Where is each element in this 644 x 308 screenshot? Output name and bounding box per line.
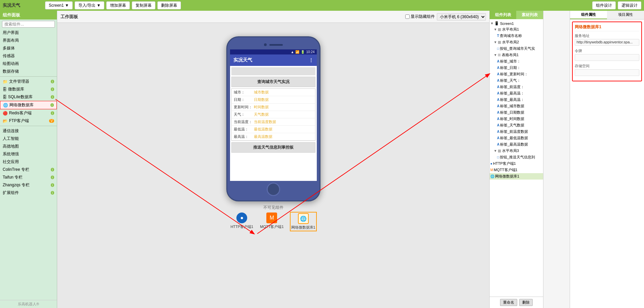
sidebar-item-ftp[interactable]: 📂 FTP客户端 V [0,117,57,125]
tree-item-layout2[interactable]: ▼ ▦ 水平布局2 [490,39,543,45]
phone-speaker [269,44,283,46]
tree-label-date: 标签_日期： [500,65,521,70]
sidebar-item-sensor[interactable]: 传感器 [0,52,57,60]
sidebar-item-system[interactable]: 系统增强 [0,150,57,158]
tree-label-web-db: 网络微数据库1 [495,174,519,179]
tree-item-label-weather[interactable]: A 标签_天气： [490,77,543,84]
screen-selector[interactable]: Screen1 ▼ [45,1,73,9]
tab-component-prop[interactable]: 组件属性 [570,11,607,19]
tab-project-prop[interactable]: 项目属性 [607,11,644,19]
sidebar-item-tiny-db[interactable]: 🗄 微数据库 i [0,85,57,93]
tree-item-search-input[interactable]: T 查询城市名称 [490,33,543,39]
tree-item-val-cur-temp[interactable]: A 标签_前温度数据 [490,128,543,135]
table-icon: ⊞ [498,53,501,57]
delete-screen-btn[interactable]: 删除屏幕 [157,1,181,9]
value-cur-temp: 当前温度数据 [254,119,276,124]
component-design-btn[interactable]: 组件设计 [592,1,616,9]
sidebar-item-zhangzqs[interactable]: Zhangzqs 专栏 i [0,181,57,189]
phone-data-table: 城市： 城市数据 日期： 日期数据 更新时间： 时间数据 天气： [231,88,315,141]
expand-layout1[interactable]: ▼ [494,28,497,31]
sidebar-item-media[interactable]: 多媒体 [0,44,57,52]
tree-item-mqtt-client[interactable]: M MQTT客户端1 [490,167,543,173]
tree-item-send-btn[interactable]: □ 按钮_推送天气信息到 [490,154,543,160]
tree-item-val-city[interactable]: A 标签_城市数据 [490,103,543,109]
asset-list-tab[interactable]: 素材列表 [516,11,543,19]
tree-item-http-client[interactable]: ● HTTP客户端1 [490,160,543,167]
tree-item-layout3[interactable]: ▼ ▦ 水平布局3 [490,148,543,154]
expand-layout3[interactable]: ▼ [494,149,497,153]
tree-item-label-update[interactable]: A 标签_更新时间： [490,71,543,77]
delete-btn[interactable]: 删除 [519,299,533,306]
component-list-tab[interactable]: 组件列表 [490,11,516,19]
expand-table[interactable]: ▼ [494,53,497,57]
sidebar-item-comm[interactable]: 通信连接 [0,127,57,135]
sidebar-item-datastorage[interactable]: 数据存储 [0,68,57,75]
sidebar-item-drawing[interactable]: 绘图动画 [0,60,57,68]
phone-data-row-city: 城市： 城市数据 [232,89,315,96]
phone-input-area[interactable] [231,67,315,75]
ftp-icon: 📂 [3,119,8,123]
tree-item-val-min-temp[interactable]: A 标签_最低温数据 [490,135,543,141]
tree-item-label-min-temp[interactable]: A 标签_最高温： [490,90,543,97]
phone-home-btn[interactable] [267,183,280,196]
sidebar-item-user-interface[interactable]: 用户界面 [0,29,57,37]
tree-label-val-city: 标签_城市数据 [500,104,524,109]
tree-label-max-temp: 标签_最高温： [500,97,524,102]
show-hidden-checkbox[interactable] [405,14,410,19]
copy-screen-btn[interactable]: 复制屏幕 [132,1,155,9]
rename-btn[interactable]: 重命名 [500,299,517,306]
tree-item-table-layout[interactable]: ▼ ⊞ 表格布局1 [490,52,543,58]
phone-send-btn[interactable]: 推送天气信息到掌控板 [231,142,315,153]
web-db-item: 🌐 网络微数据库1 [291,213,316,231]
sidebar-item-ai[interactable]: 人工智能 [0,135,57,143]
value-min-temp: 最低温数据 [254,127,272,132]
logic-design-btn[interactable]: 逻辑设计 [618,1,641,9]
tree-item-label-city[interactable]: A 标签_城市： [490,58,543,65]
sidebar-item-taifun[interactable]: Taifun 专栏 i [0,174,57,181]
tree-item-label-cur-temp[interactable]: A 标签_前温度： [490,84,543,90]
phone-data-row-max-temp: 最高温： 最高温数据 [232,133,315,141]
sidebar-item-file-manager[interactable]: 📁 文件管理器 i [0,78,57,85]
label-date: 日期： [234,97,254,102]
tree-item-val-time[interactable]: A 标签_时间数据 [490,116,543,122]
val-city-icon: A [497,104,499,108]
redis-icon: 🔴 [3,111,8,116]
tree-item-label-max-temp[interactable]: A 标签_最高温： [490,97,543,103]
tree-item-val-date[interactable]: A 标签_日期数据 [490,109,543,116]
sidebar-item-sqlite[interactable]: 🗄 SQLite数据库 i [0,93,57,101]
tree-item-layout1[interactable]: ▼ ▦ 水平布局1 [490,26,543,33]
label-city: 城市： [234,90,254,95]
sidebar-item-extensions[interactable]: 扩展组件 i [0,189,57,197]
tree-item-web-db[interactable]: 🌐 网络微数据库1 [490,173,543,180]
import-export-btn[interactable]: 导入/导出 ▼ [75,1,105,9]
db-icon: 🗄 [3,87,7,92]
tree-label-min-temp: 标签_最高温： [500,91,524,96]
expand-layout2[interactable]: ▼ [494,40,497,44]
sidebar-item-colintree[interactable]: ColinTree 专栏 i [0,166,57,174]
sidebar-item-social[interactable]: 社交应用 [0,158,57,166]
expand-screen1[interactable]: ▼ [490,22,494,25]
phone-query-btn[interactable]: 查询城市天气实况 [231,77,315,87]
add-screen-btn[interactable]: 增加屏幕 [106,1,130,9]
btn-query-icon: □ [497,47,499,50]
prop-section-title: 网络微数据库1 [575,24,639,31]
btn-send-icon: □ [497,155,499,159]
sidebar-item-amap[interactable]: 高德地图 [0,143,57,150]
device-select[interactable]: 小米手机 6 (360x640) [437,13,486,21]
tree-item-val-max-temp[interactable]: A 标签_最高温数据 [490,141,543,148]
label-min-temp-icon: A [497,91,499,95]
tree-item-screen1[interactable]: ▼ 📱 Screen1 [490,21,543,26]
tree-label-val-min-temp: 标签_最低温数据 [500,136,528,141]
value-city: 城市数据 [254,90,269,95]
sidebar-item-network-db[interactable]: 🌐 网络微数据库 i [0,101,57,109]
search-box [2,21,55,28]
tree-item-query-btn[interactable]: □ 按钮_查询城市天气实 [490,45,543,52]
phone-camera [264,43,267,46]
top-bar: 实况天气 Screen1 ▼ 导入/导出 ▼ 增加屏幕 复制屏幕 删除屏幕 组件… [0,0,644,11]
search-input[interactable] [2,21,55,28]
sidebar-item-layout[interactable]: 界面布局 [0,37,57,44]
tree-item-val-weather[interactable]: A 标签_天气数据 [490,122,543,128]
sidebar-item-redis[interactable]: 🔴 Redis客户端 i [0,109,57,117]
phone-data-row-min-temp: 最低温： 最低温数据 [232,126,315,133]
tree-item-label-date[interactable]: A 标签_日期： [490,65,543,71]
